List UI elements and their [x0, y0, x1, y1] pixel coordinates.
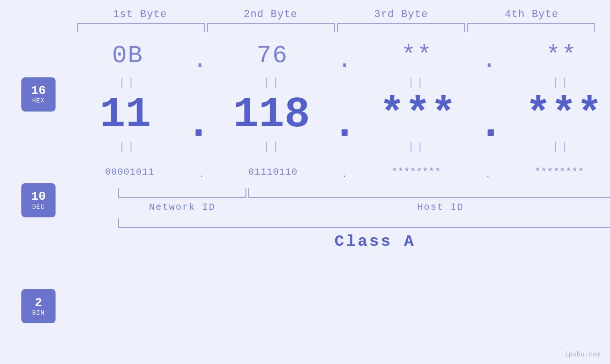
main-container: 1st Byte 2nd Byte 3rd Byte 4th Byte 16 H… [0, 0, 610, 364]
hex-row: 0B . 76 . ** . ** [56, 37, 610, 75]
dec-cell-1: 11 [60, 91, 191, 139]
bracket-bottom-network [118, 188, 246, 198]
bin-row: 00001011 . 01110110 . ******** . *******… [56, 155, 610, 188]
content-area: 16 HEX 10 DEC 2 BIN 0B . 76 [0, 37, 610, 364]
hex-cell-3: ** [352, 42, 482, 70]
dec-cell-4: *** [498, 91, 610, 139]
hex-val-3: ** [401, 42, 432, 70]
bin-cell-3: ******** [351, 167, 481, 177]
eq2-2: || [207, 141, 338, 153]
eq2-1: || [63, 141, 193, 153]
dec-dot-2: . [332, 100, 357, 149]
dec-val-3: *** [379, 91, 456, 139]
hex-dot-1: . [193, 47, 207, 75]
byte-header-3: 3rd Byte [336, 9, 467, 20]
bracket-bottom-host [248, 188, 610, 198]
bin-cell-1: 00001011 [65, 167, 195, 177]
hex-badge-label: HEX [32, 97, 45, 104]
eq-1: || [63, 77, 193, 89]
dec-dot-1: . [186, 100, 211, 149]
hex-val-2: 76 [256, 42, 288, 70]
eq2-4: || [496, 141, 610, 153]
bracket-2 [207, 23, 335, 32]
bottom-section: Network ID Host ID Class A [56, 188, 610, 251]
hex-cell-1: 0B [63, 42, 193, 70]
dec-dot-3: . [478, 100, 504, 149]
dec-badge-number: 10 [31, 190, 46, 204]
byte-header-2: 2nd Byte [206, 9, 336, 20]
id-labels-row: Network ID Host ID [117, 202, 610, 213]
bracket-1 [77, 23, 205, 32]
bin-val-2: 01110110 [248, 167, 298, 177]
big-bracket [118, 218, 610, 228]
hex-dot-2: . [337, 47, 352, 75]
bottom-brackets-row [117, 188, 610, 198]
hex-badge-number: 16 [31, 84, 46, 98]
hex-val-1: 0B [112, 42, 143, 70]
dec-val-1: 11 [100, 91, 151, 139]
bin-dot-2: . [342, 169, 347, 180]
byte-header-1: 1st Byte [75, 9, 206, 20]
bin-val-3: ******** [392, 167, 441, 177]
eq-4: || [496, 77, 610, 89]
data-columns: 0B . 76 . ** . ** || || || || [56, 37, 610, 364]
bin-val-4: ******** [535, 167, 584, 177]
bin-badge-number: 2 [35, 296, 42, 310]
badges-column: 16 HEX 10 DEC 2 BIN [0, 37, 56, 364]
bin-val-1: 00001011 [105, 167, 154, 177]
class-label: Class A [118, 233, 610, 251]
hex-cell-2: 76 [207, 42, 338, 70]
hex-val-4: ** [546, 42, 577, 70]
byte-header-4: 4th Byte [467, 9, 597, 20]
dec-val-4: *** [526, 91, 602, 139]
eq2-3: || [352, 141, 482, 153]
watermark: ipshu.com [564, 351, 601, 358]
hex-dot-3: . [482, 47, 497, 75]
bin-cell-4: ******** [494, 167, 610, 177]
hex-badge: 16 HEX [21, 77, 56, 112]
dec-row: 11 . 118 . *** . *** [56, 91, 610, 139]
bracket-4 [467, 23, 595, 32]
network-id-label: Network ID [118, 202, 246, 213]
bin-dot-1: . [198, 169, 204, 180]
header-brackets [0, 23, 610, 32]
bin-badge: 2 BIN [21, 289, 56, 323]
dec-val-2: 118 [233, 91, 310, 139]
byte-headers: 1st Byte 2nd Byte 3rd Byte 4th Byte [0, 0, 610, 20]
dec-cell-2: 118 [206, 91, 337, 139]
hex-cell-4: ** [496, 42, 610, 70]
dec-badge-label: DEC [32, 204, 45, 211]
bracket-3 [337, 23, 465, 32]
bin-dot-3: . [485, 169, 491, 180]
dec-badge: 10 DEC [21, 183, 56, 217]
host-id-label: Host ID [248, 202, 610, 213]
bin-cell-2: 01110110 [208, 167, 338, 177]
big-bracket-row [117, 218, 610, 228]
eq-3: || [352, 77, 482, 89]
eq-2: || [207, 77, 338, 89]
dec-cell-3: *** [352, 91, 483, 139]
equals-row-1: || || || || [56, 75, 610, 91]
bin-badge-label: BIN [32, 309, 45, 317]
